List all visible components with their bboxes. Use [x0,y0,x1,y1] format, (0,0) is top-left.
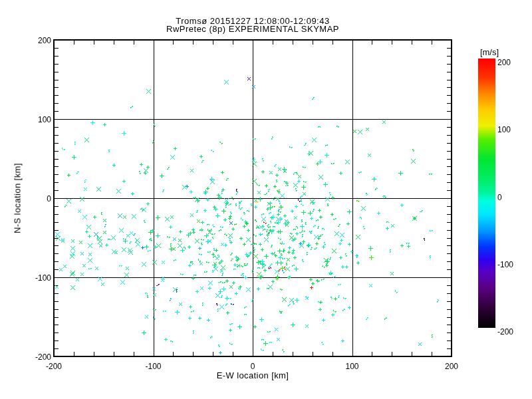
y-tick-label: 200 [19,36,51,45]
y-tick-label: 0 [19,194,51,203]
colorbar-unit-label: [m/s] [463,47,516,57]
colorbar-tick-label: 200 [497,58,511,67]
colorbar-gradient [478,59,495,328]
x-tick-label: 0 [237,362,269,371]
x-axis-label: E-W location [km] [0,370,505,380]
y-tick-label: -200 [19,352,51,362]
y-tick-label: -100 [19,273,51,283]
x-tick-label: 200 [436,362,467,371]
x-tick-label: 100 [336,362,368,371]
x-tick-label: -100 [138,362,170,371]
colorbar-tick-label: 0 [497,193,502,202]
plot-subtitle: RwPretec (8p) EXPERIMENTAL SKYMAP [0,24,505,34]
skymap-window: Tromsø 20151227 12:08:00-12:09:43 RwPret… [0,0,532,399]
colorbar-tick-label: -100 [497,260,513,269]
colorbar-tick-label: 100 [497,125,511,134]
y-tick-label: 100 [19,115,51,124]
x-tick-label: -200 [38,362,70,371]
colorbar-tick-label: -200 [497,327,513,336]
skymap-plot-canvas [0,0,532,399]
